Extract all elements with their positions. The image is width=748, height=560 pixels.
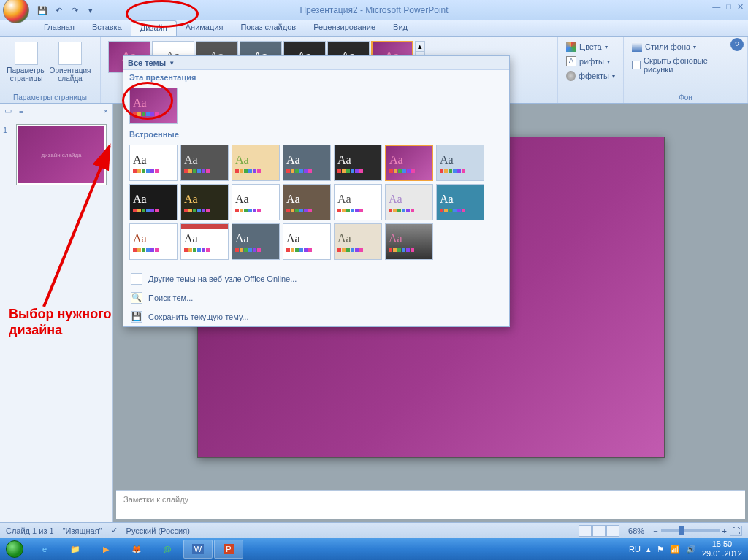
tab-view[interactable]: Вид <box>384 20 416 36</box>
theme-aa-label: Aa <box>389 232 430 245</box>
theme-swatches <box>389 209 430 212</box>
quick-access-toolbar: 💾 ↶ ↷ ▾ <box>35 3 98 18</box>
spellcheck-icon[interactable]: ✓ <box>111 526 118 535</box>
tab-home[interactable]: Главная <box>35 20 83 36</box>
tray-volume-icon[interactable]: 🔊 <box>686 545 696 554</box>
gallery-up-icon[interactable]: ▴ <box>416 42 424 52</box>
save-icon[interactable]: 💾 <box>35 3 50 18</box>
zoom-slider[interactable] <box>661 529 720 532</box>
theme-builtin-thumb[interactable]: Aa <box>283 145 331 181</box>
orientation-button[interactable]: Ориентация слайда <box>48 38 92 86</box>
maximize-button[interactable]: □ <box>726 2 731 12</box>
theme-swatches <box>184 248 225 252</box>
theme-builtin-thumb[interactable]: Aa <box>180 145 229 181</box>
theme-swatches <box>337 209 378 212</box>
zoom-level[interactable]: 68% <box>628 526 644 535</box>
status-theme: "Изящная" <box>63 526 102 535</box>
taskbar-explorer[interactable]: 📁 <box>61 540 90 559</box>
taskbar-word[interactable]: W <box>183 540 213 559</box>
tray-flag-icon[interactable]: ⚑ <box>657 545 664 554</box>
notes-pane[interactable]: Заметки к слайду <box>116 490 745 519</box>
zoom-in-button[interactable]: + <box>722 526 727 535</box>
theme-builtin-thumb[interactable]: Aa <box>129 223 178 260</box>
office-button[interactable] <box>3 0 29 23</box>
theme-builtin-thumb[interactable]: Aa <box>232 184 280 220</box>
taskbar-ie[interactable]: e <box>30 540 59 559</box>
theme-current[interactable]: Aa <box>129 88 178 124</box>
redo-icon[interactable]: ↷ <box>67 3 82 18</box>
zoom-fit-button[interactable]: ⛶ <box>730 526 742 536</box>
theme-builtin-thumb[interactable]: Aa <box>334 184 382 220</box>
slide-thumbnail[interactable]: дизайн слайда <box>16 124 107 185</box>
theme-aa-label: Aa <box>133 232 174 245</box>
tray-clock[interactable]: 15:50 29.01.2012 <box>702 540 742 559</box>
theme-builtin-thumb[interactable]: Aa <box>283 223 331 260</box>
theme-builtin-thumb[interactable]: Aa <box>180 184 229 220</box>
checkbox-icon <box>632 61 641 69</box>
taskbar-powerpoint[interactable]: P <box>214 540 243 559</box>
theme-builtin-thumb[interactable]: Aa <box>385 184 433 220</box>
theme-aa-label: Aa <box>235 153 276 166</box>
theme-swatches <box>184 169 225 173</box>
theme-builtin-thumb[interactable]: Aa <box>334 145 382 181</box>
start-button[interactable] <box>0 538 29 560</box>
theme-aa-label: Aa <box>337 153 378 166</box>
qat-dropdown-icon[interactable]: ▾ <box>83 3 98 18</box>
tray-network-icon[interactable]: 📶 <box>670 545 680 554</box>
theme-aa-label: Aa <box>440 153 481 166</box>
theme-builtin-thumb[interactable]: Aa <box>129 184 178 220</box>
theme-builtin-thumb[interactable]: Aa <box>385 223 433 260</box>
theme-swatches <box>440 209 481 212</box>
themes-all-header[interactable]: Все темы▼ <box>123 56 509 70</box>
taskbar-mail[interactable]: @ <box>153 540 182 559</box>
hide-bg-checkbox[interactable]: Скрыть фоновые рисунки <box>628 54 743 76</box>
ribbon-tabs: Главная Вставка Дизайн Анимация Показ сл… <box>0 20 748 37</box>
themes-this-pres-label: Эта презентация <box>123 70 509 85</box>
theme-builtin-thumb[interactable]: Aa <box>283 184 331 220</box>
taskbar-media[interactable]: ▶ <box>91 540 121 559</box>
view-normal-button[interactable] <box>579 525 592 537</box>
theme-swatches <box>133 209 174 212</box>
themes-search-menuitem[interactable]: 🔍Поиск тем... <box>123 288 509 307</box>
zoom-out-button[interactable]: − <box>653 526 657 535</box>
tab-review[interactable]: Рецензирование <box>305 20 384 36</box>
tab-slideshow[interactable]: Показ слайдов <box>232 20 305 36</box>
status-language[interactable]: Русский (Россия) <box>126 526 190 535</box>
theme-aa-label: Aa <box>286 193 327 206</box>
panel-close-icon[interactable]: × <box>104 107 108 115</box>
theme-builtin-thumb[interactable]: Aa <box>436 184 484 220</box>
background-styles-button[interactable]: Стили фона▾ <box>628 39 743 54</box>
theme-colors-button[interactable]: Цвета▾ <box>562 39 619 54</box>
outline-tab-icon[interactable]: ≡ <box>19 107 23 115</box>
tab-insert[interactable]: Вставка <box>83 20 131 36</box>
minimize-button[interactable]: — <box>712 2 720 12</box>
theme-swatches <box>286 169 327 173</box>
theme-aa-label: Aa <box>184 153 225 166</box>
help-icon[interactable]: ? <box>730 38 744 51</box>
themes-save-menuitem[interactable]: 💾Сохранить текущую тему... <box>123 307 509 326</box>
theme-builtin-thumb[interactable]: Aa <box>232 223 280 260</box>
tab-animation[interactable]: Анимация <box>177 20 232 36</box>
themes-online-menuitem[interactable]: Другие темы на веб-узле Office Online... <box>123 269 509 288</box>
status-slide: Слайд 1 из 1 <box>6 526 54 535</box>
tray-lang[interactable]: RU <box>629 545 641 553</box>
taskbar-firefox[interactable]: 🦊 <box>122 540 151 559</box>
theme-builtin-thumb[interactable]: Aa <box>232 145 280 181</box>
slides-tab-icon[interactable]: ▭ <box>4 106 12 115</box>
view-sorter-button[interactable] <box>592 525 606 537</box>
theme-builtin-thumb[interactable]: Aa <box>436 145 484 181</box>
theme-fonts-button[interactable]: A рифты▾ <box>562 54 619 69</box>
theme-swatches <box>389 169 429 173</box>
undo-icon[interactable]: ↶ <box>51 3 66 18</box>
close-button[interactable]: ✕ <box>737 2 744 12</box>
mail-icon: @ <box>163 545 171 553</box>
theme-builtin-thumb[interactable]: Aa <box>129 145 178 181</box>
theme-builtin-thumb[interactable]: Aa <box>180 223 229 260</box>
theme-builtin-thumb[interactable]: Aa <box>334 223 382 260</box>
tab-design[interactable]: Дизайн <box>131 20 177 36</box>
view-show-button[interactable] <box>606 525 619 537</box>
theme-builtin-thumb[interactable]: Aa <box>385 145 433 181</box>
theme-effects-button[interactable]: ффекты▾ <box>562 69 619 83</box>
page-setup-button[interactable]: Параметры страницы <box>4 38 48 86</box>
tray-expand-icon[interactable]: ▴ <box>646 545 651 554</box>
